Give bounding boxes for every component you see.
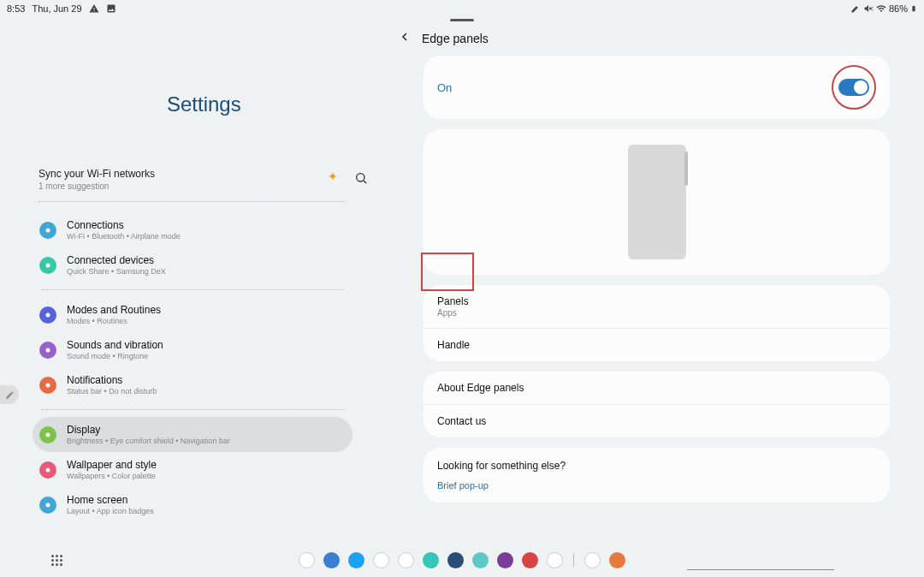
- taskbar-app-1[interactable]: [323, 552, 340, 568]
- suggestion-sub: 1 more suggestion: [38, 181, 346, 191]
- menu-divider: [41, 409, 344, 410]
- menu-item-title: Modes and Routines: [67, 304, 161, 316]
- taskbar: [0, 547, 924, 573]
- menu-item-title: Notifications: [67, 374, 157, 386]
- about-option[interactable]: About Edge panels: [424, 372, 890, 405]
- taskbar-underline: [687, 569, 834, 570]
- menu-item-home-screen[interactable]: Home screenLayout • App icon badges: [33, 487, 352, 522]
- toggle-knob: [854, 80, 868, 94]
- looking-title: Looking for something else?: [437, 460, 876, 472]
- svg-point-3: [46, 263, 50, 267]
- menu-item-connections[interactable]: ConnectionsWi-Fi • Bluetooth • Airplane …: [33, 212, 352, 247]
- taskbar-app-4[interactable]: [398, 552, 414, 568]
- menu-item-sub: Sound mode • Ringtone: [67, 352, 163, 360]
- menu-icon: [39, 222, 56, 239]
- taskbar-divider: [573, 553, 574, 567]
- menu-item-title: Home screen: [67, 494, 154, 506]
- contact-option[interactable]: Contact us: [424, 405, 890, 437]
- menu-item-title: Connected devices: [67, 254, 166, 266]
- menu-list: ConnectionsWi-Fi • Bluetooth • Airplane …: [33, 212, 352, 522]
- apps-grid-button[interactable]: [51, 555, 62, 566]
- taskbar-app-9[interactable]: [522, 552, 538, 568]
- menu-item-title: Sounds and vibration: [67, 339, 163, 351]
- wifi-icon: [876, 3, 886, 14]
- looking-card: Looking for something else? Brief pop-up: [424, 448, 890, 503]
- menu-item-sub: Wi-Fi • Bluetooth • Airplane mode: [67, 232, 181, 241]
- preview-card: [424, 129, 890, 275]
- svg-point-0: [357, 174, 364, 181]
- phone-edge-handle: [684, 152, 688, 186]
- taskbar-app-0[interactable]: [299, 552, 315, 568]
- status-bar: 8:53 Thu, Jun 29 86%: [0, 0, 924, 17]
- menu-item-display[interactable]: DisplayBrightness • Eye comfort shield •…: [33, 417, 352, 452]
- suggestion-box[interactable]: Sync your Wi-Fi networks 1 more suggesti…: [38, 168, 346, 202]
- taskbar-app-10[interactable]: [547, 552, 563, 568]
- menu-item-title: Wallpaper and style: [67, 459, 157, 471]
- search-button[interactable]: [354, 171, 368, 188]
- brief-popup-link[interactable]: Brief pop-up: [437, 480, 876, 491]
- taskbar-app-2[interactable]: [348, 552, 364, 568]
- back-button[interactable]: [398, 30, 412, 47]
- battery-icon: [910, 3, 917, 14]
- battery-percent: 86%: [889, 3, 908, 14]
- menu-icon: [39, 377, 56, 394]
- page-title: Edge panels: [422, 32, 489, 45]
- taskbar-app-8[interactable]: [497, 552, 513, 568]
- menu-item-sub: Status bar • Do not disturb: [67, 387, 157, 396]
- status-time: 8:53: [7, 3, 25, 14]
- taskbar-app-12[interactable]: [584, 552, 601, 568]
- menu-divider: [41, 289, 344, 290]
- taskbar-app-13[interactable]: [609, 552, 625, 568]
- pencil-icon: [850, 3, 861, 14]
- menu-item-notifications[interactable]: NotificationsStatus bar • Do not disturb: [33, 367, 352, 402]
- svg-line-1: [364, 181, 366, 183]
- mute-icon: [863, 3, 874, 14]
- taskbar-app-3[interactable]: [373, 552, 389, 568]
- highlight-circle-toggle: [832, 65, 876, 110]
- svg-point-6: [46, 383, 50, 387]
- menu-item-sounds-and-vibration[interactable]: Sounds and vibrationSound mode • Rington…: [33, 332, 352, 367]
- sparkles-icon: ✦: [328, 170, 338, 183]
- menu-icon: [39, 497, 56, 514]
- menu-item-sub: Layout • App icon badges: [67, 507, 154, 515]
- menu-icon: [39, 461, 56, 479]
- menu-item-connected-devices[interactable]: Connected devicesQuick Share • Samsung D…: [33, 247, 352, 283]
- phone-preview: [628, 145, 686, 259]
- menu-icon: [39, 426, 56, 443]
- menu-item-sub: Wallpapers • Color palette: [67, 472, 157, 480]
- menu-item-modes-and-routines[interactable]: Modes and RoutinesModes • Routines: [33, 297, 352, 332]
- settings-title: Settings: [167, 92, 385, 116]
- svg-point-8: [46, 467, 50, 472]
- settings-sidebar: Settings Sync your Wi-Fi networks 1 more…: [0, 26, 385, 539]
- image-icon: [106, 3, 116, 14]
- menu-icon: [39, 306, 56, 324]
- menu-item-title: Connections: [67, 219, 181, 231]
- toggle-card: On: [424, 56, 890, 119]
- menu-icon: [39, 257, 56, 274]
- warning-icon: [89, 3, 99, 14]
- handle-option[interactable]: Handle: [424, 329, 890, 361]
- status-date: Thu, Jun 29: [32, 3, 81, 14]
- menu-item-title: Display: [67, 424, 230, 436]
- svg-point-5: [46, 348, 50, 352]
- edge-toggle[interactable]: [838, 79, 869, 96]
- svg-point-9: [46, 503, 50, 507]
- drag-handle[interactable]: [450, 19, 474, 21]
- menu-item-sub: Quick Share • Samsung DeX: [67, 267, 166, 276]
- menu-item-sub: Modes • Routines: [67, 317, 161, 325]
- menu-icon: [39, 342, 56, 359]
- svg-point-2: [46, 228, 50, 232]
- svg-point-4: [46, 312, 50, 317]
- taskbar-app-6[interactable]: [447, 552, 464, 568]
- taskbar-app-5[interactable]: [423, 552, 439, 568]
- suggestion-title: Sync your Wi-Fi networks: [38, 168, 346, 180]
- info-card: About Edge panels Contact us: [424, 372, 890, 437]
- options-card: Panels Apps Handle: [424, 285, 890, 361]
- edge-panel-page: Edge panels On Panels Apps Handle About …: [398, 30, 890, 513]
- menu-item-sub: Brightness • Eye comfort shield • Naviga…: [67, 437, 230, 445]
- toggle-label: On: [437, 81, 452, 94]
- svg-point-7: [46, 432, 50, 437]
- menu-item-wallpaper-and-style[interactable]: Wallpaper and styleWallpapers • Color pa…: [33, 452, 352, 487]
- panels-option[interactable]: Panels Apps: [424, 285, 890, 329]
- taskbar-app-7[interactable]: [472, 552, 489, 568]
